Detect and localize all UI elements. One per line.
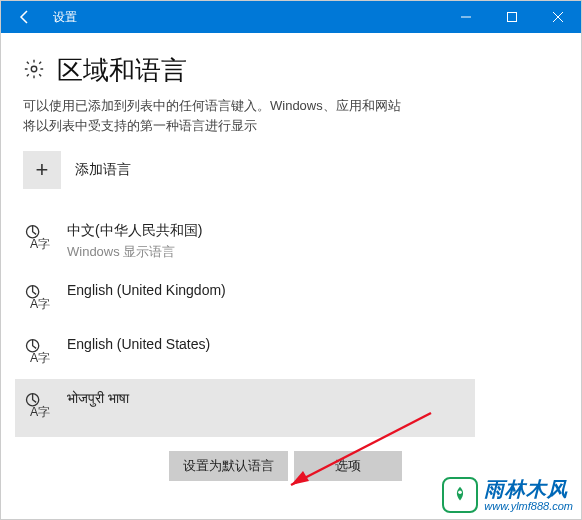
svg-text:A字: A字: [30, 237, 50, 251]
language-icon: A字: [23, 335, 53, 369]
minimize-button[interactable]: [443, 1, 489, 33]
watermark-title: 雨林木风: [484, 478, 573, 500]
language-item-zh-cn[interactable]: A字 中文(中华人民共和国) Windows 显示语言: [15, 211, 475, 271]
description-text: 可以使用已添加到列表中的任何语言键入。Windows、应用和网站 将以列表中受支…: [23, 96, 559, 135]
language-sub: Windows 显示语言: [67, 243, 202, 261]
section-header: 区域和语言: [23, 53, 559, 88]
svg-point-4: [31, 66, 37, 72]
language-text-block: भोजपुरी भाषा: [67, 389, 129, 409]
gear-icon: [23, 58, 45, 84]
titlebar: 设置: [1, 1, 581, 33]
language-list: A字 中文(中华人民共和国) Windows 显示语言 A字 English (…: [23, 211, 559, 437]
watermark-url: www.ylmf888.com: [484, 500, 573, 512]
language-name: भोजपुरी भाषा: [67, 389, 129, 409]
language-text-block: 中文(中华人民共和国) Windows 显示语言: [67, 221, 202, 261]
language-name: English (United States): [67, 335, 210, 355]
add-language-label: 添加语言: [75, 161, 131, 179]
page-title: 区域和语言: [57, 53, 187, 88]
add-language-button[interactable]: + 添加语言: [23, 151, 559, 189]
language-name: 中文(中华人民共和国): [67, 221, 202, 241]
language-item-bhojpuri[interactable]: A字 भोजपुरी भाषा: [15, 379, 475, 437]
window-title: 设置: [49, 9, 443, 26]
desc-line1: 可以使用已添加到列表中的任何语言键入。Windows、应用和网站: [23, 98, 401, 113]
language-item-en-gb[interactable]: A字 English (United Kingdom): [15, 271, 475, 325]
svg-point-15: [459, 490, 463, 494]
language-text-block: English (United Kingdom): [67, 281, 226, 301]
svg-text:A字: A字: [30, 351, 50, 365]
language-icon: A字: [23, 389, 53, 423]
desc-line2: 将以列表中受支持的第一种语言进行显示: [23, 118, 257, 133]
plus-icon: +: [23, 151, 61, 189]
watermark-text: 雨林木风 www.ylmf888.com: [484, 478, 573, 512]
window-controls: [443, 1, 581, 33]
language-icon: A字: [23, 221, 53, 255]
language-item-en-us[interactable]: A字 English (United States): [15, 325, 475, 379]
close-button[interactable]: [535, 1, 581, 33]
svg-text:A字: A字: [30, 405, 50, 419]
set-default-button[interactable]: 设置为默认语言: [169, 451, 288, 481]
language-icon: A字: [23, 281, 53, 315]
watermark: 雨林木风 www.ylmf888.com: [442, 477, 573, 513]
language-name: English (United Kingdom): [67, 281, 226, 301]
watermark-logo: [442, 477, 478, 513]
content-area: 区域和语言 可以使用已添加到列表中的任何语言键入。Windows、应用和网站 将…: [1, 33, 581, 519]
svg-rect-1: [508, 13, 517, 22]
back-button[interactable]: [1, 1, 49, 33]
svg-text:A字: A字: [30, 297, 50, 311]
options-button[interactable]: 选项: [294, 451, 402, 481]
language-text-block: English (United States): [67, 335, 210, 355]
maximize-button[interactable]: [489, 1, 535, 33]
